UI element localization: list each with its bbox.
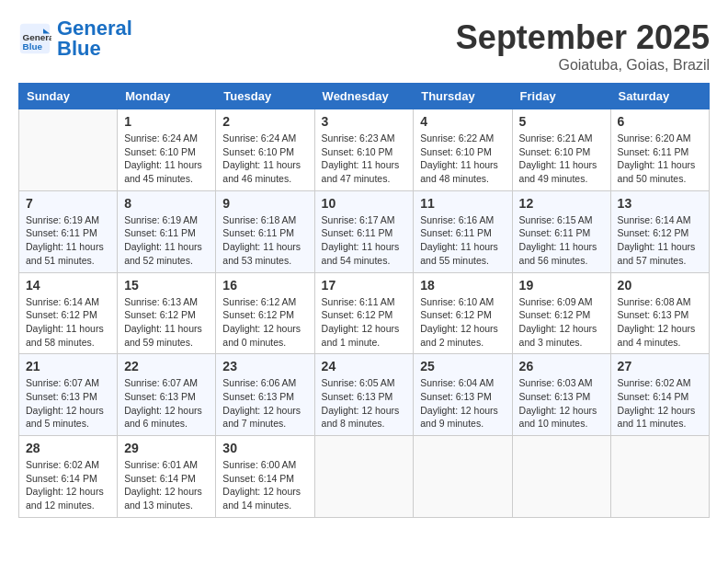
week-row-2: 7Sunrise: 6:19 AMSunset: 6:11 PMDaylight… bbox=[19, 190, 710, 272]
day-number: 3 bbox=[322, 114, 407, 129]
day-info: Sunrise: 6:07 AMSunset: 6:13 PMDaylight:… bbox=[26, 376, 110, 431]
weekday-header-wednesday: Wednesday bbox=[314, 84, 414, 109]
logo: General Blue GeneralBlue bbox=[18, 18, 132, 59]
calendar-cell: 25Sunrise: 6:04 AMSunset: 6:13 PMDayligh… bbox=[414, 354, 512, 436]
calendar-cell: 28Sunrise: 6:02 AMSunset: 6:14 PMDayligh… bbox=[19, 436, 118, 518]
day-number: 4 bbox=[420, 114, 505, 129]
calendar-cell: 5Sunrise: 6:21 AMSunset: 6:10 PMDaylight… bbox=[512, 109, 610, 191]
calendar-cell: 17Sunrise: 6:11 AMSunset: 6:12 PMDayligh… bbox=[314, 272, 414, 354]
calendar-cell: 21Sunrise: 6:07 AMSunset: 6:13 PMDayligh… bbox=[19, 354, 118, 436]
day-number: 18 bbox=[420, 278, 505, 293]
calendar: SundayMondayTuesdayWednesdayThursdayFrid… bbox=[18, 83, 710, 518]
weekday-header-saturday: Saturday bbox=[610, 84, 709, 109]
calendar-cell: 2Sunrise: 6:24 AMSunset: 6:10 PMDaylight… bbox=[216, 109, 314, 191]
day-info: Sunrise: 6:00 AMSunset: 6:14 PMDaylight:… bbox=[222, 458, 307, 512]
day-info: Sunrise: 6:01 AMSunset: 6:14 PMDaylight:… bbox=[124, 458, 209, 512]
day-info: Sunrise: 6:13 AMSunset: 6:12 PMDaylight:… bbox=[124, 295, 209, 350]
week-row-4: 21Sunrise: 6:07 AMSunset: 6:13 PMDayligh… bbox=[19, 354, 710, 436]
day-number: 21 bbox=[26, 359, 110, 373]
day-info: Sunrise: 6:17 AMSunset: 6:11 PMDaylight:… bbox=[322, 213, 407, 268]
day-number: 6 bbox=[618, 114, 702, 129]
day-info: Sunrise: 6:22 AMSunset: 6:10 PMDaylight:… bbox=[420, 132, 505, 186]
page-header: General Blue GeneralBlue September 2025 … bbox=[18, 18, 710, 74]
day-info: Sunrise: 6:24 AMSunset: 6:10 PMDaylight:… bbox=[222, 132, 307, 186]
day-number: 12 bbox=[519, 196, 604, 211]
calendar-cell: 7Sunrise: 6:19 AMSunset: 6:11 PMDaylight… bbox=[19, 190, 118, 272]
day-info: Sunrise: 6:24 AMSunset: 6:10 PMDaylight:… bbox=[124, 132, 209, 186]
calendar-cell: 3Sunrise: 6:23 AMSunset: 6:10 PMDaylight… bbox=[314, 109, 414, 191]
day-info: Sunrise: 6:23 AMSunset: 6:10 PMDaylight:… bbox=[322, 132, 407, 186]
day-info: Sunrise: 6:03 AMSunset: 6:13 PMDaylight:… bbox=[519, 376, 604, 431]
calendar-cell: 23Sunrise: 6:06 AMSunset: 6:13 PMDayligh… bbox=[216, 354, 314, 436]
day-info: Sunrise: 6:02 AMSunset: 6:14 PMDaylight:… bbox=[618, 376, 702, 431]
weekday-header-tuesday: Tuesday bbox=[216, 84, 314, 109]
calendar-cell: 6Sunrise: 6:20 AMSunset: 6:11 PMDaylight… bbox=[610, 109, 709, 191]
day-info: Sunrise: 6:14 AMSunset: 6:12 PMDaylight:… bbox=[618, 213, 702, 268]
day-info: Sunrise: 6:09 AMSunset: 6:12 PMDaylight:… bbox=[519, 295, 604, 350]
day-info: Sunrise: 6:18 AMSunset: 6:11 PMDaylight:… bbox=[222, 213, 307, 268]
day-info: Sunrise: 6:06 AMSunset: 6:13 PMDaylight:… bbox=[222, 376, 307, 431]
calendar-cell: 13Sunrise: 6:14 AMSunset: 6:12 PMDayligh… bbox=[610, 190, 709, 272]
day-number: 16 bbox=[222, 278, 307, 293]
day-info: Sunrise: 6:10 AMSunset: 6:12 PMDaylight:… bbox=[420, 295, 505, 350]
week-row-5: 28Sunrise: 6:02 AMSunset: 6:14 PMDayligh… bbox=[19, 436, 710, 518]
calendar-cell: 18Sunrise: 6:10 AMSunset: 6:12 PMDayligh… bbox=[414, 272, 512, 354]
calendar-cell bbox=[512, 436, 610, 518]
day-number: 25 bbox=[420, 359, 505, 373]
weekday-header-row: SundayMondayTuesdayWednesdayThursdayFrid… bbox=[19, 84, 710, 109]
calendar-cell: 9Sunrise: 6:18 AMSunset: 6:11 PMDaylight… bbox=[216, 190, 314, 272]
logo-icon: General Blue bbox=[18, 22, 51, 55]
week-row-1: 1Sunrise: 6:24 AMSunset: 6:10 PMDaylight… bbox=[19, 109, 710, 191]
calendar-cell: 4Sunrise: 6:22 AMSunset: 6:10 PMDaylight… bbox=[414, 109, 512, 191]
day-number: 9 bbox=[222, 196, 307, 211]
day-info: Sunrise: 6:15 AMSunset: 6:11 PMDaylight:… bbox=[519, 213, 604, 268]
calendar-cell: 1Sunrise: 6:24 AMSunset: 6:10 PMDaylight… bbox=[118, 109, 216, 191]
day-number: 24 bbox=[322, 359, 407, 373]
calendar-cell: 15Sunrise: 6:13 AMSunset: 6:12 PMDayligh… bbox=[118, 272, 216, 354]
calendar-cell bbox=[19, 109, 118, 191]
day-number: 8 bbox=[124, 196, 209, 211]
day-number: 30 bbox=[222, 441, 307, 455]
calendar-cell: 16Sunrise: 6:12 AMSunset: 6:12 PMDayligh… bbox=[216, 272, 314, 354]
calendar-cell: 12Sunrise: 6:15 AMSunset: 6:11 PMDayligh… bbox=[512, 190, 610, 272]
day-number: 26 bbox=[519, 359, 604, 373]
calendar-cell: 26Sunrise: 6:03 AMSunset: 6:13 PMDayligh… bbox=[512, 354, 610, 436]
calendar-cell: 29Sunrise: 6:01 AMSunset: 6:14 PMDayligh… bbox=[118, 436, 216, 518]
weekday-header-sunday: Sunday bbox=[19, 84, 118, 109]
week-row-3: 14Sunrise: 6:14 AMSunset: 6:12 PMDayligh… bbox=[19, 272, 710, 354]
day-number: 7 bbox=[26, 196, 110, 211]
calendar-cell: 27Sunrise: 6:02 AMSunset: 6:14 PMDayligh… bbox=[610, 354, 709, 436]
calendar-cell: 19Sunrise: 6:09 AMSunset: 6:12 PMDayligh… bbox=[512, 272, 610, 354]
calendar-cell: 10Sunrise: 6:17 AMSunset: 6:11 PMDayligh… bbox=[314, 190, 414, 272]
day-number: 2 bbox=[222, 114, 307, 129]
day-info: Sunrise: 6:04 AMSunset: 6:13 PMDaylight:… bbox=[420, 376, 505, 431]
title-block: September 2025 Goiatuba, Goias, Brazil bbox=[456, 18, 710, 74]
calendar-cell: 30Sunrise: 6:00 AMSunset: 6:14 PMDayligh… bbox=[216, 436, 314, 518]
day-info: Sunrise: 6:16 AMSunset: 6:11 PMDaylight:… bbox=[420, 213, 505, 268]
calendar-cell bbox=[314, 436, 414, 518]
day-info: Sunrise: 6:05 AMSunset: 6:13 PMDaylight:… bbox=[322, 376, 407, 431]
day-info: Sunrise: 6:19 AMSunset: 6:11 PMDaylight:… bbox=[124, 213, 209, 268]
calendar-cell: 24Sunrise: 6:05 AMSunset: 6:13 PMDayligh… bbox=[314, 354, 414, 436]
day-info: Sunrise: 6:21 AMSunset: 6:10 PMDaylight:… bbox=[519, 132, 604, 186]
day-number: 17 bbox=[322, 278, 407, 293]
month-title: September 2025 bbox=[456, 18, 710, 57]
day-number: 11 bbox=[420, 196, 505, 211]
day-info: Sunrise: 6:07 AMSunset: 6:13 PMDaylight:… bbox=[124, 376, 209, 431]
day-info: Sunrise: 6:14 AMSunset: 6:12 PMDaylight:… bbox=[26, 295, 110, 350]
day-info: Sunrise: 6:20 AMSunset: 6:11 PMDaylight:… bbox=[618, 132, 702, 186]
day-info: Sunrise: 6:19 AMSunset: 6:11 PMDaylight:… bbox=[26, 213, 110, 268]
calendar-cell bbox=[414, 436, 512, 518]
day-info: Sunrise: 6:12 AMSunset: 6:12 PMDaylight:… bbox=[222, 295, 307, 350]
calendar-cell: 20Sunrise: 6:08 AMSunset: 6:13 PMDayligh… bbox=[610, 272, 709, 354]
day-info: Sunrise: 6:02 AMSunset: 6:14 PMDaylight:… bbox=[26, 458, 110, 512]
day-number: 10 bbox=[322, 196, 407, 211]
day-number: 23 bbox=[222, 359, 307, 373]
day-number: 1 bbox=[124, 114, 209, 129]
weekday-header-thursday: Thursday bbox=[414, 84, 512, 109]
weekday-header-friday: Friday bbox=[512, 84, 610, 109]
svg-text:Blue: Blue bbox=[23, 41, 43, 52]
day-number: 5 bbox=[519, 114, 604, 129]
day-number: 27 bbox=[618, 359, 702, 373]
day-info: Sunrise: 6:08 AMSunset: 6:13 PMDaylight:… bbox=[618, 295, 702, 350]
